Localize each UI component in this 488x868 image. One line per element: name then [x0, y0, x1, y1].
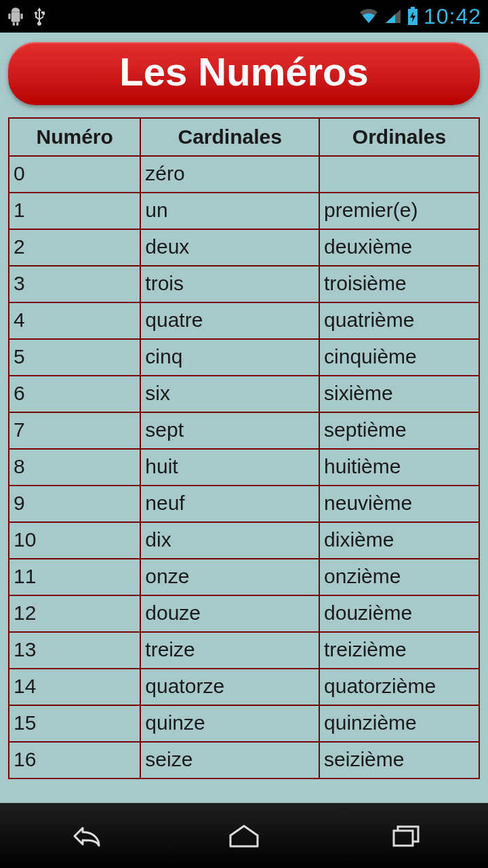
table-cell: treize [140, 632, 319, 669]
table-cell: 7 [9, 412, 140, 449]
table-cell: premier(e) [319, 193, 479, 229]
table-cell: onzième [319, 559, 479, 595]
table-cell: trois [140, 266, 319, 302]
table-cell: un [140, 193, 319, 229]
table-row: 10dixdixième [9, 522, 479, 559]
svg-rect-0 [12, 12, 20, 22]
table-row: 14quatorzequatorzième [9, 669, 479, 705]
android-debug-icon [7, 6, 24, 26]
table-cell: sept [140, 412, 319, 449]
table-cell: 11 [9, 559, 140, 595]
table-row: 7septseptième [9, 412, 479, 449]
table-cell: dix [140, 522, 319, 559]
table-cell: six [140, 376, 319, 412]
signal-icon [384, 8, 402, 24]
table-cell: 6 [9, 376, 140, 412]
table-row: 15quinzequinzième [9, 705, 479, 742]
table-cell: septième [319, 412, 479, 449]
table-cell: douzième [319, 595, 479, 632]
table-cell: quatre [140, 302, 319, 339]
table-cell: sixième [319, 376, 479, 412]
status-bar: 10:42 [0, 0, 488, 33]
table-cell: dixième [319, 522, 479, 559]
svg-rect-4 [21, 14, 23, 20]
table-cell: troisième [319, 266, 479, 302]
svg-rect-3 [8, 14, 10, 20]
table-row: 0zéro [9, 156, 479, 193]
table-cell: seizième [319, 742, 479, 778]
table-cell: deuxième [319, 229, 479, 266]
table-row: 8huithuitième [9, 449, 479, 486]
table-cell: quatrième [319, 302, 479, 339]
table-cell: treizième [319, 632, 479, 669]
table-row: 4quatrequatrième [9, 302, 479, 339]
table-cell: 13 [9, 632, 140, 669]
numbers-table: Numéro Cardinales Ordinales 0zéro1unprem… [8, 117, 480, 779]
table-cell: 9 [9, 486, 140, 522]
table-cell: cinq [140, 339, 319, 376]
table-cell: 15 [9, 705, 140, 742]
table-cell: deux [140, 229, 319, 266]
home-button[interactable] [203, 816, 285, 856]
usb-icon [33, 6, 46, 26]
battery-charging-icon [407, 7, 418, 26]
clock-text: 10:42 [424, 4, 481, 29]
table-row: 2deuxdeuxième [9, 229, 479, 266]
table-row: 3troistroisième [9, 266, 479, 302]
table-row: 13treizetreizième [9, 632, 479, 669]
table-row: 5cinqcinquième [9, 339, 479, 376]
table-cell: onze [140, 559, 319, 595]
table-cell [319, 156, 479, 193]
table-cell: quatorzième [319, 669, 479, 705]
table-cell: 2 [9, 229, 140, 266]
table-cell: neuf [140, 486, 319, 522]
table-cell: seize [140, 742, 319, 778]
table-cell: huitième [319, 449, 479, 486]
table-cell: 1 [9, 193, 140, 229]
svg-rect-6 [16, 22, 18, 26]
table-cell: 12 [9, 595, 140, 632]
table-cell: 5 [9, 339, 140, 376]
table-cell: 8 [9, 449, 140, 486]
header-numero: Numéro [9, 118, 140, 156]
table-cell: quinzième [319, 705, 479, 742]
table-cell: 14 [9, 669, 140, 705]
app-content: Les Numéros Numéro Cardinales Ordinales … [0, 33, 488, 779]
table-row: 1unpremier(e) [9, 193, 479, 229]
header-cardinales: Cardinales [140, 118, 319, 156]
table-row: 9neufneuvième [9, 486, 479, 522]
table-cell: huit [140, 449, 319, 486]
svg-rect-5 [13, 22, 15, 26]
back-button[interactable] [41, 816, 122, 856]
status-left [7, 6, 46, 26]
wifi-icon [359, 8, 379, 24]
table-cell: quinze [140, 705, 319, 742]
table-row: 12douzedouzième [9, 595, 479, 632]
table-cell: zéro [140, 156, 319, 193]
table-cell: 4 [9, 302, 140, 339]
table-row: 6sixsixième [9, 376, 479, 412]
header-ordinales: Ordinales [319, 118, 479, 156]
table-cell: quatorze [140, 669, 319, 705]
table-row: 16seizeseizième [9, 742, 479, 778]
table-cell: 10 [9, 522, 140, 559]
svg-rect-7 [411, 7, 415, 9]
page-title: Les Numéros [119, 50, 368, 94]
table-cell: 0 [9, 156, 140, 193]
table-cell: 16 [9, 742, 140, 778]
status-right: 10:42 [359, 4, 481, 29]
recent-apps-button[interactable] [366, 816, 447, 856]
table-cell: neuvième [319, 486, 479, 522]
table-cell: cinquième [319, 339, 479, 376]
table-header-row: Numéro Cardinales Ordinales [9, 118, 479, 156]
table-cell: douze [140, 595, 319, 632]
table-row: 11onzeonzième [9, 559, 479, 595]
table-cell: 3 [9, 266, 140, 302]
navigation-bar [0, 803, 488, 868]
page-title-pill: Les Numéros [8, 42, 480, 105]
svg-rect-9 [394, 831, 413, 846]
